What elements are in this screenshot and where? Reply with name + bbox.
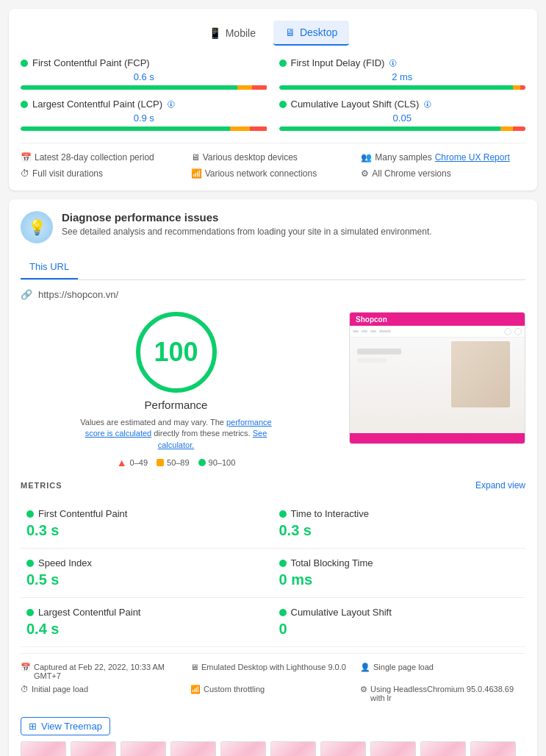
thumbnail-6 <box>270 741 316 756</box>
fid-bar-red <box>520 85 525 90</box>
metric-tbt: Total Blocking Time 0 ms <box>273 549 526 598</box>
legend-orange-range: 50–89 <box>167 458 190 467</box>
fid-metric: First Input Delay (FID) 🛈 2 ms <box>279 57 526 90</box>
cls-label: Cumulative Layout Shift (CLS) 🛈 <box>279 99 526 110</box>
capture-timestamp-text: Captured at Feb 22, 2022, 10:33 AM GMT+7 <box>34 663 186 680</box>
lcp-bar <box>21 126 267 131</box>
capture-page-text: Initial page load <box>32 685 88 693</box>
lcp-bar-red <box>250 126 267 131</box>
view-treemap-link[interactable]: ⊞ View Treemap <box>21 717 110 735</box>
many-samples-text: Many samples <box>375 152 431 163</box>
capture-page-icon: ⏱ <box>21 685 29 693</box>
tab-desktop[interactable]: 🖥 Desktop <box>273 21 349 46</box>
metric-lcp-label: Largest Contentful Paint <box>38 607 140 618</box>
diagnose-header: 💡 Diagnose performance issues See detail… <box>21 211 525 243</box>
cls-info-icon: 🛈 <box>423 100 431 109</box>
capture-device-icon: 🖥 <box>190 663 198 671</box>
preview-nav-item <box>362 330 367 332</box>
preview-body <box>350 338 525 433</box>
metric-si-dot <box>26 560 34 567</box>
metric-tti-label: Time to Interactive <box>291 508 369 519</box>
capture-device-text: Emulated Desktop with Lighthouse 9.0.0 <box>201 663 346 671</box>
legend-green-icon <box>198 459 206 466</box>
cls-bar-orange <box>500 126 513 131</box>
legend-green: 90–100 <box>198 457 236 468</box>
mobile-icon: 📱 <box>209 27 221 39</box>
info-devices: 🖥 Various desktop devices <box>191 152 356 163</box>
capture-load-icon: 👤 <box>360 663 370 672</box>
preview-header-bar: Shopcon <box>350 313 525 326</box>
metric-fcp-value: 0.3 s <box>26 522 267 539</box>
metric-fcp: First Contentful Paint 0.3 s <box>21 499 273 549</box>
fcp-dot <box>21 60 28 67</box>
preview-product-img <box>451 341 510 407</box>
capture-chrome-icon: ⚙ <box>360 685 367 694</box>
metric-si: Speed Index 0.5 s <box>21 549 273 598</box>
fcp-bar-red <box>252 85 267 90</box>
info-collection-period: 📅 Latest 28-day collection period <box>21 152 185 163</box>
preview-cart-icon <box>514 328 522 335</box>
lcp-value: 0.9 s <box>21 113 267 124</box>
info-visit-durations: ⏱ Full visit durations <box>21 168 185 179</box>
users-icon: 👥 <box>361 152 372 163</box>
fid-bar-orange <box>513 85 520 90</box>
metric-cls-dot <box>279 609 287 616</box>
preview-text-2 <box>357 358 387 363</box>
expand-view-link[interactable]: Expand view <box>475 480 525 491</box>
metric-si-value: 0.5 s <box>26 571 267 588</box>
metrics-grid: First Contentful Paint 0.3 s Time to Int… <box>21 499 525 647</box>
diagnose-icon: 💡 <box>21 211 53 243</box>
fcp-metric: First Contentful Paint (FCP) 0.6 s <box>21 57 267 90</box>
info-samples: 👥 Many samples Chrome UX Report <box>361 152 525 163</box>
preview-site-name: Shopcon <box>356 315 387 324</box>
metric-tti: Time to Interactive 0.3 s <box>273 499 526 549</box>
fid-dot <box>279 60 287 67</box>
fid-bar-green <box>279 85 514 90</box>
tab-desktop-label: Desktop <box>300 26 337 38</box>
filmstrip-thumbnails <box>21 735 525 756</box>
legend-red-icon: ▲ <box>117 457 127 468</box>
cls-value: 0.05 <box>279 113 526 124</box>
url-display: https://shopcon.vn/ <box>38 289 118 300</box>
thumbnail-2 <box>71 741 116 756</box>
tab-mobile-label: Mobile <box>226 27 256 39</box>
network-icon: 📶 <box>191 168 202 179</box>
thumbnail-10 <box>470 741 516 756</box>
timer-icon: ⏱ <box>21 168 29 179</box>
fcp-value: 0.6 s <box>21 71 267 82</box>
legend-red-range: 0–49 <box>130 458 148 467</box>
preview-nav-item <box>379 330 391 332</box>
metrics-section-title: METRICS <box>21 481 62 490</box>
chrome-ux-link[interactable]: Chrome UX Report <box>435 152 510 163</box>
metric-cls-label: Cumulative Layout Shift <box>291 607 392 618</box>
capture-throttling: 📶 Custom throttling <box>190 685 356 702</box>
capture-load-text: Single page load <box>373 663 434 671</box>
info-chrome-versions: ⚙ All Chrome versions <box>361 168 525 179</box>
cls-metric: Cumulative Layout Shift (CLS) 🛈 0.05 <box>279 99 526 131</box>
cwv-info-row: 📅 Latest 28-day collection period 🖥 Vari… <box>21 143 525 179</box>
metric-lcp-value: 0.4 s <box>26 621 267 638</box>
thumbnail-4 <box>170 741 216 756</box>
diagnose-card: 💡 Diagnose performance issues See detail… <box>9 199 537 756</box>
fid-value: 2 ms <box>279 71 526 82</box>
lcp-info-icon: 🛈 <box>167 100 175 109</box>
calendar-icon: 📅 <box>21 152 32 163</box>
capture-chrome-text: Using HeadlessChromium 95.0.4638.69 with… <box>370 685 525 702</box>
device-tabs: 📱 Mobile 🖥 Desktop <box>21 21 525 46</box>
cls-dot <box>279 101 287 108</box>
preview-nav-bar <box>350 326 525 338</box>
metric-tti-value: 0.3 s <box>279 522 520 539</box>
url-input-row: 🔗 https://shopcon.vn/ <box>21 289 525 300</box>
score-label: Performance <box>145 399 208 411</box>
lcp-metric: Largest Contentful Paint (LCP) 🛈 0.9 s <box>21 99 267 131</box>
capture-load-type: 👤 Single page load <box>360 663 525 680</box>
capture-device: 🖥 Emulated Desktop with Lighthouse 9.0.0 <box>190 663 356 680</box>
score-number: 100 <box>154 337 198 368</box>
legend-orange: 50–89 <box>157 457 190 468</box>
capture-timestamp: 📅 Captured at Feb 22, 2022, 10:33 AM GMT… <box>21 663 186 680</box>
cls-bar-green <box>279 126 501 131</box>
tab-mobile[interactable]: 📱 Mobile <box>197 21 267 46</box>
thumbnail-9 <box>420 741 466 756</box>
this-url-tab[interactable]: This URL <box>21 255 78 279</box>
cls-bar-red <box>513 126 525 131</box>
